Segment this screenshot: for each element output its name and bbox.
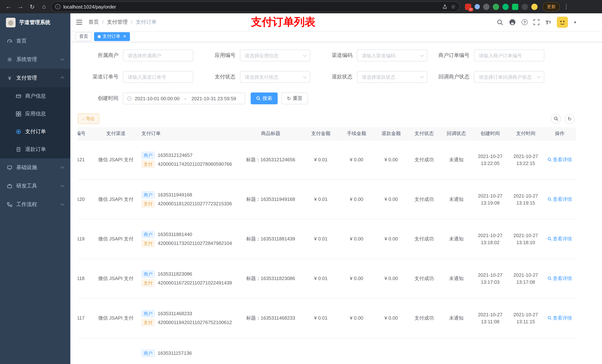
pay-status: 支付成功: [414, 315, 434, 321]
pay-tag: 支付: [141, 319, 155, 326]
merchant-tag: 商户: [141, 231, 155, 238]
refund-amount: ¥ 0.00: [385, 197, 398, 202]
view-detail-link[interactable]: 查看详情: [548, 315, 572, 321]
create-date: 2021-10-27: [474, 271, 506, 278]
reset-button[interactable]: ↻ 重置: [281, 93, 308, 104]
hamburger-icon[interactable]: [76, 19, 83, 25]
breadcrumb-home[interactable]: 首页: [88, 19, 99, 26]
search-button[interactable]: 搜索: [251, 93, 278, 104]
bookmark-star-icon[interactable]: ☆: [451, 3, 456, 10]
pay-date: 2021-10-27: [509, 311, 542, 318]
extensions-puzzle-icon[interactable]: [522, 3, 528, 10]
extension-red-icon[interactable]: 10: [465, 3, 471, 10]
fullscreen-icon[interactable]: [534, 19, 539, 25]
extension-green-icon[interactable]: [493, 3, 499, 10]
sidebar-item-system[interactable]: 系统管理: [0, 50, 70, 69]
create-time: 13:19:09: [474, 199, 506, 206]
avatar-caret-icon[interactable]: ▾: [574, 20, 576, 25]
download-icon: ↓: [82, 116, 85, 121]
extension-gray-icon[interactable]: [483, 3, 489, 10]
sidebar-item-home[interactable]: 首页: [0, 32, 70, 50]
sidebar-item-dev-tools[interactable]: 研发工具: [0, 177, 70, 195]
pay-status: 支付成功: [414, 196, 434, 202]
browser-forward-icon[interactable]: →: [16, 2, 25, 11]
url-bar[interactable]: i localhost:1024/pay/order ☆: [51, 1, 460, 12]
sidebar-item-pay-order[interactable]: 支付订单: [0, 123, 70, 141]
view-detail-link[interactable]: 查看详情: [548, 275, 572, 282]
sidebar-item-refund-order[interactable]: 退款订单: [0, 141, 70, 158]
payment-submenu: 商户信息 应用信息 支付订单 退款订单: [0, 87, 70, 158]
refresh-icon: ↻: [287, 96, 291, 101]
browser-menu-icon[interactable]: ⋮: [563, 3, 569, 10]
filter-label-refund-status: 退款状态: [312, 74, 353, 80]
channel-code-select[interactable]: [357, 50, 427, 62]
merchant-order-no-input[interactable]: [474, 50, 544, 62]
sidebar-item-merchant-info[interactable]: 商户信息: [0, 87, 70, 105]
create-time-range-picker[interactable]: 2021-10-01 00:00:00 - 2021-10-31 23:59:5…: [123, 93, 245, 104]
view-detail-link[interactable]: 查看详情: [548, 156, 572, 163]
notify-status: 未通知: [449, 236, 463, 241]
pay-date: 2021-10-27: [509, 232, 542, 239]
toggle-search-button[interactable]: [551, 114, 561, 124]
site-info-icon[interactable]: i: [55, 4, 60, 9]
view-detail-link[interactable]: 查看详情: [548, 196, 572, 203]
browser-update-button[interactable]: 更新: [543, 2, 560, 11]
extension-teal-icon[interactable]: [502, 3, 509, 10]
tab-home[interactable]: 首页: [75, 32, 92, 41]
user-avatar[interactable]: [557, 17, 568, 28]
font-size-icon[interactable]: TT: [545, 19, 551, 25]
pay-status-select[interactable]: [240, 71, 310, 83]
extension-wechat-icon[interactable]: [512, 3, 518, 10]
col-refund: 退款金额: [374, 127, 408, 140]
app-title: 芋道管理系统: [19, 19, 50, 26]
merchant-tag: 商户: [141, 270, 155, 278]
pay-channel: 微信 JSAPI 支付: [98, 315, 134, 321]
tab-pay-order[interactable]: 支付订单 ✕: [94, 32, 130, 41]
browser-reload-icon[interactable]: ↻: [27, 2, 37, 11]
filter-label-pay-status: 支付状态: [195, 74, 236, 80]
view-detail-link[interactable]: 查看详情: [548, 235, 572, 242]
filter-label-create-time: 创建时间: [78, 95, 118, 102]
create-date: 2021-10-27: [474, 311, 506, 318]
fee-amount: ¥ 0.00: [350, 157, 363, 162]
goods-title-prefix: 标题：: [246, 196, 261, 202]
grid-icon: [16, 111, 22, 116]
browser-home-icon[interactable]: ⌂: [39, 2, 49, 11]
top-navbar: 首页 / 支付管理 / 支付订单 支付订单列表 ?: [70, 13, 602, 31]
notify-status-select[interactable]: [474, 71, 544, 83]
order-id: 120: [78, 197, 85, 202]
tab-close-icon[interactable]: ✕: [123, 34, 126, 39]
share-icon[interactable]: [442, 4, 447, 9]
export-button[interactable]: ↓ 导出: [78, 114, 99, 124]
help-icon[interactable]: ?: [522, 19, 527, 25]
order-id: 121: [78, 157, 85, 162]
date-end: 2021-10-31 23:59:59: [191, 96, 236, 101]
search-icon[interactable]: [497, 19, 503, 25]
merchant-select[interactable]: [123, 50, 193, 62]
profile-avatar-icon[interactable]: [531, 3, 538, 10]
browser-back-icon[interactable]: ←: [4, 2, 13, 11]
app-logo: [6, 18, 16, 27]
col-pay-time: 支付时间: [508, 127, 544, 140]
create-time: 13:11:08: [474, 318, 506, 325]
sidebar-item-infra[interactable]: 基础设施: [0, 158, 70, 177]
refund-amount: ¥ 0.00: [385, 157, 398, 162]
sidebar-item-payment[interactable]: ¥ 支付管理: [0, 69, 70, 87]
merchant-order-no: 1635311823086: [158, 271, 192, 277]
breadcrumb-pay-mgmt[interactable]: 支付管理: [107, 19, 128, 26]
pay-amount: ¥ 0.01: [314, 276, 327, 281]
col-actions: 操作: [544, 127, 576, 140]
pay-amount: ¥ 0.01: [314, 157, 327, 162]
refresh-table-button[interactable]: ↻: [565, 114, 575, 124]
extension-blue-icon[interactable]: [475, 4, 480, 9]
sidebar-item-app-info[interactable]: 应用信息: [0, 105, 70, 123]
app-no-select[interactable]: [240, 50, 310, 62]
filter-row-2: 渠道订单号 支付状态 退款状态 回调商户状态: [78, 71, 595, 83]
channel-order-no-input[interactable]: [123, 71, 193, 83]
channel-transaction-no: 4200001194202110276752100612: [158, 320, 232, 325]
refund-status-select[interactable]: [357, 71, 427, 83]
sidebar-item-workflow[interactable]: 工作流程: [0, 195, 70, 214]
pay-date: 2021-10-27: [509, 192, 542, 199]
col-amount: 支付金额: [303, 127, 339, 140]
github-icon[interactable]: [509, 19, 516, 26]
